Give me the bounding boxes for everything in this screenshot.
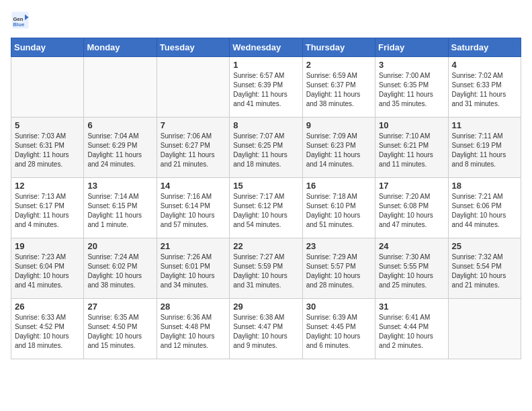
day-info: Sunrise: 7:24 AM Sunset: 6:02 PM Dayligh…	[87, 253, 152, 290]
calendar-cell: 28Sunrise: 6:36 AM Sunset: 4:48 PM Dayli…	[157, 299, 229, 359]
day-number: 26	[15, 302, 80, 312]
day-number: 11	[452, 120, 517, 130]
day-number: 17	[379, 181, 444, 191]
day-header-monday: Monday	[84, 38, 157, 57]
day-info: Sunrise: 6:38 AM Sunset: 4:47 PM Dayligh…	[233, 313, 298, 351]
day-number: 7	[161, 120, 226, 130]
day-number: 27	[87, 302, 152, 312]
day-info: Sunrise: 7:18 AM Sunset: 6:10 PM Dayligh…	[306, 192, 371, 230]
calendar-cell	[157, 57, 229, 118]
calendar-cell: 5Sunrise: 7:03 AM Sunset: 6:31 PM Daylig…	[11, 118, 84, 178]
day-info: Sunrise: 6:41 AM Sunset: 4:44 PM Dayligh…	[379, 313, 444, 351]
day-info: Sunrise: 6:57 AM Sunset: 6:39 PM Dayligh…	[233, 71, 298, 109]
calendar-cell: 23Sunrise: 7:29 AM Sunset: 5:57 PM Dayli…	[302, 238, 375, 299]
calendar-cell: 26Sunrise: 6:33 AM Sunset: 4:52 PM Dayli…	[11, 299, 84, 359]
calendar-cell: 9Sunrise: 7:09 AM Sunset: 6:23 PM Daylig…	[302, 118, 375, 178]
day-info: Sunrise: 7:06 AM Sunset: 6:27 PM Dayligh…	[161, 132, 226, 169]
calendar-cell: 8Sunrise: 7:07 AM Sunset: 6:25 PM Daylig…	[230, 118, 302, 178]
logo: Gen Blue	[11, 11, 32, 30]
day-info: Sunrise: 7:27 AM Sunset: 5:59 PM Dayligh…	[233, 253, 298, 290]
day-header-thursday: Thursday	[302, 38, 375, 57]
day-number: 22	[233, 241, 298, 251]
calendar-cell: 25Sunrise: 7:32 AM Sunset: 5:54 PM Dayli…	[448, 238, 521, 299]
calendar-cell: 17Sunrise: 7:20 AM Sunset: 6:08 PM Dayli…	[375, 178, 448, 238]
day-info: Sunrise: 7:17 AM Sunset: 6:12 PM Dayligh…	[233, 192, 298, 230]
day-info: Sunrise: 6:33 AM Sunset: 4:52 PM Dayligh…	[15, 313, 80, 351]
day-info: Sunrise: 6:59 AM Sunset: 6:37 PM Dayligh…	[306, 71, 371, 109]
calendar-cell: 21Sunrise: 7:26 AM Sunset: 6:01 PM Dayli…	[157, 238, 229, 299]
day-number: 21	[161, 241, 226, 251]
calendar-cell: 3Sunrise: 7:00 AM Sunset: 6:35 PM Daylig…	[375, 57, 448, 118]
day-number: 31	[379, 302, 444, 312]
day-info: Sunrise: 7:21 AM Sunset: 6:06 PM Dayligh…	[452, 192, 517, 230]
day-info: Sunrise: 7:30 AM Sunset: 5:55 PM Dayligh…	[379, 253, 444, 290]
day-header-friday: Friday	[375, 38, 448, 57]
day-number: 8	[233, 120, 298, 130]
calendar-cell: 16Sunrise: 7:18 AM Sunset: 6:10 PM Dayli…	[302, 178, 375, 238]
day-info: Sunrise: 6:39 AM Sunset: 4:45 PM Dayligh…	[306, 313, 371, 351]
week-row-5: 26Sunrise: 6:33 AM Sunset: 4:52 PM Dayli…	[11, 299, 521, 359]
calendar-cell: 7Sunrise: 7:06 AM Sunset: 6:27 PM Daylig…	[157, 118, 229, 178]
day-info: Sunrise: 7:09 AM Sunset: 6:23 PM Dayligh…	[306, 132, 371, 169]
day-info: Sunrise: 6:36 AM Sunset: 4:48 PM Dayligh…	[161, 313, 226, 351]
calendar-cell: 29Sunrise: 6:38 AM Sunset: 4:47 PM Dayli…	[230, 299, 302, 359]
day-number: 28	[161, 302, 226, 312]
day-number: 3	[379, 60, 444, 70]
calendar-cell	[448, 299, 521, 359]
calendar-cell: 10Sunrise: 7:10 AM Sunset: 6:21 PM Dayli…	[375, 118, 448, 178]
day-number: 19	[15, 241, 80, 251]
day-info: Sunrise: 7:03 AM Sunset: 6:31 PM Dayligh…	[15, 132, 80, 169]
day-number: 23	[306, 241, 371, 251]
calendar-cell: 20Sunrise: 7:24 AM Sunset: 6:02 PM Dayli…	[84, 238, 157, 299]
day-number: 20	[87, 241, 152, 251]
day-info: Sunrise: 7:26 AM Sunset: 6:01 PM Dayligh…	[161, 253, 226, 290]
day-info: Sunrise: 7:13 AM Sunset: 6:17 PM Dayligh…	[15, 192, 80, 230]
day-number: 12	[15, 181, 80, 191]
day-number: 9	[306, 120, 371, 130]
calendar-cell: 18Sunrise: 7:21 AM Sunset: 6:06 PM Dayli…	[448, 178, 521, 238]
day-number: 30	[306, 302, 371, 312]
calendar-cell: 12Sunrise: 7:13 AM Sunset: 6:17 PM Dayli…	[11, 178, 84, 238]
day-info: Sunrise: 7:00 AM Sunset: 6:35 PM Dayligh…	[379, 71, 444, 109]
day-number: 2	[306, 60, 371, 70]
calendar-cell: 24Sunrise: 7:30 AM Sunset: 5:55 PM Dayli…	[375, 238, 448, 299]
day-number: 4	[452, 60, 517, 70]
day-info: Sunrise: 7:16 AM Sunset: 6:14 PM Dayligh…	[161, 192, 226, 230]
calendar-cell	[84, 57, 157, 118]
day-header-saturday: Saturday	[448, 38, 521, 57]
day-header-sunday: Sunday	[11, 38, 84, 57]
day-number: 6	[87, 120, 152, 130]
week-row-1: 1Sunrise: 6:57 AM Sunset: 6:39 PM Daylig…	[11, 57, 521, 118]
day-info: Sunrise: 7:20 AM Sunset: 6:08 PM Dayligh…	[379, 192, 444, 230]
calendar-cell: 15Sunrise: 7:17 AM Sunset: 6:12 PM Dayli…	[230, 178, 302, 238]
week-row-4: 19Sunrise: 7:23 AM Sunset: 6:04 PM Dayli…	[11, 238, 521, 299]
day-info: Sunrise: 7:29 AM Sunset: 5:57 PM Dayligh…	[306, 253, 371, 290]
day-number: 14	[161, 181, 226, 191]
calendar-cell: 22Sunrise: 7:27 AM Sunset: 5:59 PM Dayli…	[230, 238, 302, 299]
day-number: 5	[15, 120, 80, 130]
day-number: 24	[379, 241, 444, 251]
day-number: 10	[379, 120, 444, 130]
day-info: Sunrise: 7:07 AM Sunset: 6:25 PM Dayligh…	[233, 132, 298, 169]
day-number: 15	[233, 181, 298, 191]
calendar-cell: 11Sunrise: 7:11 AM Sunset: 6:19 PM Dayli…	[448, 118, 521, 178]
day-number: 18	[452, 181, 517, 191]
calendar-cell: 19Sunrise: 7:23 AM Sunset: 6:04 PM Dayli…	[11, 238, 84, 299]
calendar-cell: 6Sunrise: 7:04 AM Sunset: 6:29 PM Daylig…	[84, 118, 157, 178]
day-number: 25	[452, 241, 517, 251]
day-info: Sunrise: 7:14 AM Sunset: 6:15 PM Dayligh…	[87, 192, 152, 230]
day-number: 29	[233, 302, 298, 312]
day-info: Sunrise: 7:32 AM Sunset: 5:54 PM Dayligh…	[452, 253, 517, 290]
calendar-table: SundayMondayTuesdayWednesdayThursdayFrid…	[11, 38, 521, 359]
calendar-cell: 31Sunrise: 6:41 AM Sunset: 4:44 PM Dayli…	[375, 299, 448, 359]
day-info: Sunrise: 7:23 AM Sunset: 6:04 PM Dayligh…	[15, 253, 80, 290]
day-number: 1	[233, 60, 298, 70]
week-row-3: 12Sunrise: 7:13 AM Sunset: 6:17 PM Dayli…	[11, 178, 521, 238]
calendar-cell: 1Sunrise: 6:57 AM Sunset: 6:39 PM Daylig…	[230, 57, 302, 118]
week-row-2: 5Sunrise: 7:03 AM Sunset: 6:31 PM Daylig…	[11, 118, 521, 178]
calendar-cell: 4Sunrise: 7:02 AM Sunset: 6:33 PM Daylig…	[448, 57, 521, 118]
day-header-wednesday: Wednesday	[230, 38, 302, 57]
day-number: 16	[306, 181, 371, 191]
calendar-cell: 30Sunrise: 6:39 AM Sunset: 4:45 PM Dayli…	[302, 299, 375, 359]
calendar-cell: 27Sunrise: 6:35 AM Sunset: 4:50 PM Dayli…	[84, 299, 157, 359]
